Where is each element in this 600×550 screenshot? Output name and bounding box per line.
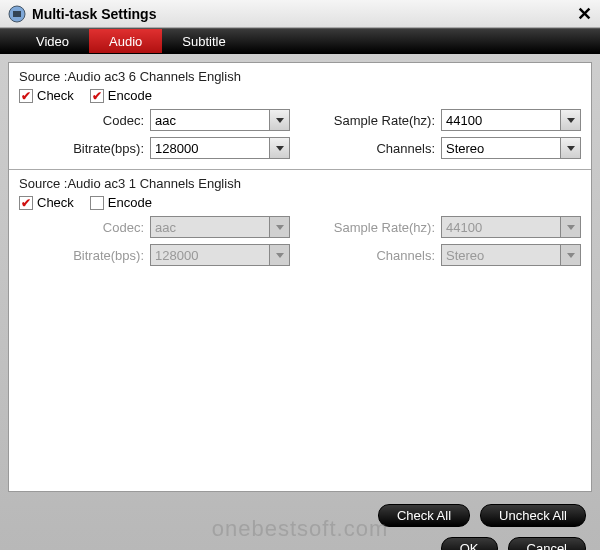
channels-combo[interactable]: Stereo xyxy=(441,137,581,159)
chevron-down-icon xyxy=(560,110,580,130)
encode-checkbox[interactable]: Encode xyxy=(90,88,152,103)
channels-field: Channels: Stereo xyxy=(310,244,581,266)
chevron-down-icon xyxy=(560,245,580,265)
app-icon xyxy=(8,5,26,23)
sample-rate-combo: 44100 xyxy=(441,216,581,238)
chevron-down-icon xyxy=(560,138,580,158)
bitrate-combo: 128000 xyxy=(150,244,290,266)
codec-field: Codec: aac xyxy=(19,216,290,238)
check-checkbox[interactable]: Check xyxy=(19,88,74,103)
channels-field: Channels: Stereo xyxy=(310,137,581,159)
tab-audio[interactable]: Audio xyxy=(89,29,162,53)
tab-subtitle[interactable]: Subtitle xyxy=(162,29,245,53)
chevron-down-icon xyxy=(269,217,289,237)
cancel-button[interactable]: Cancel xyxy=(508,537,586,550)
channels-combo: Stereo xyxy=(441,244,581,266)
footer-dialog-buttons: OK Cancel xyxy=(0,531,600,550)
close-icon[interactable]: ✕ xyxy=(577,3,592,25)
codec-combo: aac xyxy=(150,216,290,238)
window-title: Multi-task Settings xyxy=(32,6,577,22)
svg-rect-1 xyxy=(13,11,21,17)
source-label: Source :Audio ac3 1 Channels English xyxy=(19,176,581,191)
chevron-down-icon xyxy=(269,110,289,130)
audio-track-0: Source :Audio ac3 6 Channels English Che… xyxy=(9,63,591,170)
codec-combo[interactable]: aac xyxy=(150,109,290,131)
chevron-down-icon xyxy=(269,245,289,265)
footer-check-buttons: Check All Uncheck All xyxy=(0,500,600,531)
sample-rate-field: Sample Rate(hz): 44100 xyxy=(310,109,581,131)
chevron-down-icon xyxy=(269,138,289,158)
codec-field: Codec: aac xyxy=(19,109,290,131)
chevron-down-icon xyxy=(560,217,580,237)
sample-rate-combo[interactable]: 44100 xyxy=(441,109,581,131)
bitrate-combo[interactable]: 128000 xyxy=(150,137,290,159)
check-checkbox[interactable]: Check xyxy=(19,195,74,210)
title-bar: Multi-task Settings ✕ xyxy=(0,0,600,28)
encode-checkbox[interactable]: Encode xyxy=(90,195,152,210)
source-label: Source :Audio ac3 6 Channels English xyxy=(19,69,581,84)
ok-button[interactable]: OK xyxy=(441,537,498,550)
sample-rate-field: Sample Rate(hz): 44100 xyxy=(310,216,581,238)
uncheck-all-button[interactable]: Uncheck All xyxy=(480,504,586,527)
tab-video[interactable]: Video xyxy=(16,29,89,53)
tab-bar: Video Audio Subtitle xyxy=(0,28,600,54)
bitrate-field: Bitrate(bps): 128000 xyxy=(19,244,290,266)
check-all-button[interactable]: Check All xyxy=(378,504,470,527)
audio-track-1: Source :Audio ac3 1 Channels English Che… xyxy=(9,170,591,276)
bitrate-field: Bitrate(bps): 128000 xyxy=(19,137,290,159)
content-panel: Source :Audio ac3 6 Channels English Che… xyxy=(8,62,592,492)
